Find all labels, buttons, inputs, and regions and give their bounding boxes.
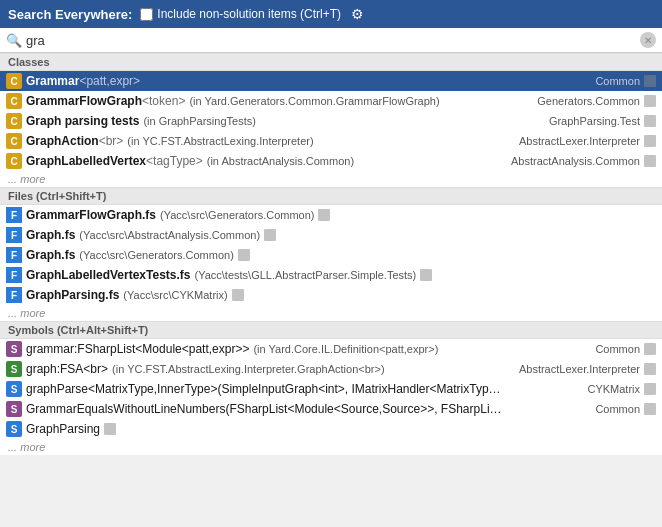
item-qualifier: AbstractLexer.Interpreter	[511, 363, 640, 375]
item-secondary: (Yacc\src\Generators.Common)	[160, 209, 314, 221]
tail-icon	[238, 249, 250, 261]
item-name: graph:FSA<br>	[26, 362, 108, 376]
item-qualifier: AbstractLexer.Interpreter	[511, 135, 640, 147]
list-item[interactable]: C Grammar<patt,expr> Common	[0, 71, 662, 91]
item-qualifier: Common	[587, 75, 640, 87]
list-item[interactable]: F GraphLabelledVertexTests.fs (Yacc\test…	[0, 265, 662, 285]
item-name: graphParse<MatrixType,InnerType>(SimpleI…	[26, 382, 506, 396]
item-qualifier: CYKMatrix	[579, 383, 640, 395]
header-title: Search Everywhere:	[8, 7, 132, 22]
tail-icon	[104, 423, 116, 435]
item-secondary: (Yacc\tests\GLL.AbstractParser.Simple.Te…	[195, 269, 417, 281]
item-name: GraphParsing	[26, 422, 100, 436]
item-name: GraphParsing.fs	[26, 288, 119, 302]
list-item[interactable]: F Graph.fs (Yacc\src\Generators.Common)	[0, 245, 662, 265]
item-name: GrammarFlowGraph<token>	[26, 94, 185, 108]
header: Search Everywhere: Include non-solution …	[0, 0, 662, 28]
list-item[interactable]: C GraphAction<br> (in YC.FST.AbstractLex…	[0, 131, 662, 151]
tail-icon	[264, 229, 276, 241]
files-section-header: Files (Ctrl+Shift+T)	[0, 187, 662, 205]
item-secondary: (Yacc\src\CYKMatrix)	[123, 289, 227, 301]
include-non-solution-checkbox[interactable]	[140, 8, 153, 21]
tail-icon	[644, 363, 656, 375]
search-icon: 🔍	[6, 33, 22, 48]
symbols-section-header: Symbols (Ctrl+Alt+Shift+T)	[0, 321, 662, 339]
file-icon: F	[6, 247, 22, 263]
item-secondary: (in GraphParsingTests)	[143, 115, 256, 127]
item-qualifier: AbstractAnalysis.Common	[503, 155, 640, 167]
item-qualifier: Common	[587, 343, 640, 355]
list-item[interactable]: C GraphLabelledVertex<tagType> (in Abstr…	[0, 151, 662, 171]
class-icon: C	[6, 113, 22, 129]
item-secondary: (in Yard.Core.IL.Definition<patt,expr>)	[253, 343, 438, 355]
classes-more[interactable]: ... more	[0, 171, 662, 187]
tail-icon	[644, 383, 656, 395]
item-name: Graph.fs	[26, 248, 75, 262]
symbol-icon: S	[6, 361, 22, 377]
item-secondary: (in AbstractAnalysis.Common)	[207, 155, 354, 167]
file-icon: F	[6, 207, 22, 223]
item-secondary: (in YC.FST.AbstractLexing.Interpreter)	[127, 135, 313, 147]
list-item[interactable]: F GraphParsing.fs (Yacc\src\CYKMatrix)	[0, 285, 662, 305]
files-more[interactable]: ... more	[0, 305, 662, 321]
class-icon: C	[6, 153, 22, 169]
class-icon: C	[6, 93, 22, 109]
item-name: GraphLabelledVertex<tagType>	[26, 154, 203, 168]
item-name: GrammarFlowGraph.fs	[26, 208, 156, 222]
tail-icon	[318, 209, 330, 221]
tail-icon	[644, 75, 656, 87]
list-item[interactable]: C Graph parsing tests (in GraphParsingTe…	[0, 111, 662, 131]
file-icon: F	[6, 227, 22, 243]
list-item[interactable]: F Graph.fs (Yacc\src\AbstractAnalysis.Co…	[0, 225, 662, 245]
symbol-icon: S	[6, 381, 22, 397]
item-name: Graph.fs	[26, 228, 75, 242]
item-qualifier: Generators.Common	[529, 95, 640, 107]
symbol-icon: S	[6, 401, 22, 417]
item-secondary: (in Yard.Generators.Common.GrammarFlowGr…	[189, 95, 439, 107]
item-name: GraphLabelledVertexTests.fs	[26, 268, 191, 282]
symbol-icon: S	[6, 421, 22, 437]
tail-icon	[420, 269, 432, 281]
list-item[interactable]: S GraphParsing	[0, 419, 662, 439]
content: Classes C Grammar<patt,expr> Common C Gr…	[0, 53, 662, 455]
list-item[interactable]: F GrammarFlowGraph.fs (Yacc\src\Generato…	[0, 205, 662, 225]
search-input[interactable]	[26, 33, 640, 48]
include-non-solution-label: Include non-solution items (Ctrl+T)	[157, 7, 341, 21]
classes-section-header: Classes	[0, 53, 662, 71]
item-name: Grammar<patt,expr>	[26, 74, 140, 88]
include-non-solution-area: Include non-solution items (Ctrl+T)	[140, 7, 341, 21]
gear-icon[interactable]: ⚙	[351, 6, 364, 22]
tail-icon	[644, 343, 656, 355]
item-name: GrammarEqualsWithoutLineNumbers(FSharpLi…	[26, 402, 506, 416]
tail-icon	[232, 289, 244, 301]
list-item[interactable]: S graphParse<MatrixType,InnerType>(Simpl…	[0, 379, 662, 399]
item-name: grammar:FSharpList<Module<patt,expr>>	[26, 342, 249, 356]
search-box-row: 🔍 ✕	[0, 28, 662, 53]
tail-icon	[644, 95, 656, 107]
tail-icon	[644, 155, 656, 167]
list-item[interactable]: C GrammarFlowGraph<token> (in Yard.Gener…	[0, 91, 662, 111]
item-name: Graph parsing tests	[26, 114, 139, 128]
item-secondary: (Yacc\src\AbstractAnalysis.Common)	[79, 229, 260, 241]
item-name: GraphAction<br>	[26, 134, 123, 148]
item-secondary: (in YC.FST.AbstractLexing.Interpreter.Gr…	[112, 363, 384, 375]
class-icon: C	[6, 73, 22, 89]
list-item[interactable]: S GrammarEqualsWithoutLineNumbers(FSharp…	[0, 399, 662, 419]
file-icon: F	[6, 287, 22, 303]
class-icon: C	[6, 133, 22, 149]
list-item[interactable]: S grammar:FSharpList<Module<patt,expr>> …	[0, 339, 662, 359]
item-secondary: (Yacc\src\Generators.Common)	[79, 249, 233, 261]
clear-icon[interactable]: ✕	[640, 32, 656, 48]
tail-icon	[644, 135, 656, 147]
symbol-icon: S	[6, 341, 22, 357]
file-icon: F	[6, 267, 22, 283]
item-qualifier: Common	[587, 403, 640, 415]
item-qualifier: GraphParsing.Test	[541, 115, 640, 127]
tail-icon	[644, 115, 656, 127]
symbols-more[interactable]: ... more	[0, 439, 662, 455]
tail-icon	[644, 403, 656, 415]
list-item[interactable]: S graph:FSA<br> (in YC.FST.AbstractLexin…	[0, 359, 662, 379]
